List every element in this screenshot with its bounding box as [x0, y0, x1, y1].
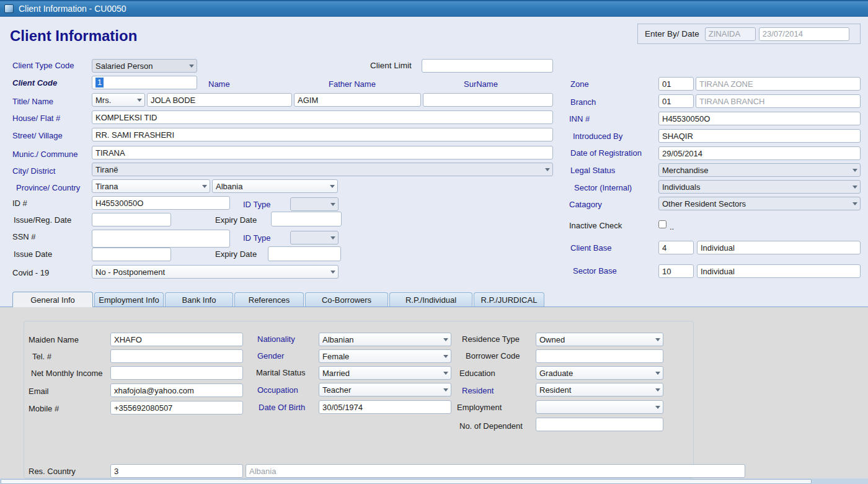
maiden-name-field[interactable] [110, 333, 243, 346]
country-dropdown[interactable]: Albania [212, 179, 338, 193]
sector-base-label: Sector Base [573, 266, 617, 276]
id-type-2-dropdown[interactable] [290, 231, 339, 244]
province-country-label: Province/ Country [16, 183, 80, 192]
horizontal-scrollbar[interactable] [0, 478, 868, 484]
client-limit-field[interactable] [422, 59, 553, 73]
client-code-label: Client Code [12, 78, 57, 87]
munic-commune-field[interactable] [92, 146, 553, 159]
employment-dropdown[interactable] [536, 400, 663, 414]
name-field[interactable] [147, 93, 292, 107]
no-of-dependent-label: No. of Dependent [459, 421, 523, 431]
name-column-header: Name [208, 79, 230, 89]
client-base-code-field[interactable] [658, 241, 694, 254]
res-country-code-field[interactable] [110, 464, 243, 478]
education-label: Education [459, 369, 495, 378]
expiry-date-2-field[interactable] [268, 246, 341, 261]
tab-references[interactable]: References [234, 292, 304, 307]
tab-rp-jurdical[interactable]: R.P./JURDICAL [474, 292, 544, 307]
tel-field[interactable] [110, 349, 243, 363]
occupation-dropdown[interactable]: Teacher [319, 383, 451, 397]
borrower-code-field[interactable] [536, 349, 663, 363]
client-code-field[interactable]: 1 [92, 76, 197, 89]
inactive-check-suffix: .. [670, 222, 674, 231]
branch-label: Branch [570, 97, 596, 107]
father-name-field[interactable] [294, 93, 421, 107]
residence-type-label: Residence Type [462, 334, 520, 344]
catagory-dropdown[interactable]: Other Resident Sectors [658, 197, 861, 210]
mobile-field[interactable] [110, 401, 243, 415]
res-country-name-field [246, 464, 745, 478]
res-country-label: Res. Country [29, 467, 76, 476]
branch-code-field[interactable] [658, 94, 694, 108]
window-titlebar: Client Information - CU0050 [0, 0, 868, 17]
zone-code-field[interactable] [658, 77, 694, 91]
enter-by-user-field [705, 27, 756, 41]
legal-status-label: Legal Status [570, 166, 615, 175]
chevron-down-icon [655, 388, 660, 392]
surname-field[interactable] [423, 93, 553, 107]
enter-by-date-group: Enter By/ Date [637, 24, 861, 44]
father-name-column-header: Father Name [329, 79, 376, 89]
net-monthly-income-field[interactable] [110, 366, 243, 380]
inactive-check-checkbox[interactable] [658, 220, 666, 228]
maiden-name-label: Maiden Name [29, 335, 79, 344]
no-of-dependent-field[interactable] [536, 418, 663, 431]
zone-label: Zone [570, 79, 589, 89]
client-base-label: Client Base [570, 243, 611, 253]
residence-type-dropdown[interactable]: Owned [536, 333, 663, 346]
chevron-down-icon [443, 372, 448, 375]
city-district-value: Tiranë [95, 165, 542, 174]
introduced-by-field[interactable] [658, 129, 861, 143]
city-district-dropdown[interactable]: Tiranë [92, 163, 553, 176]
catagory-value: Other Resident Sectors [662, 199, 850, 208]
sector-base-code-field[interactable] [658, 264, 694, 278]
date-of-birth-field[interactable] [319, 400, 451, 414]
client-base-name-field[interactable] [697, 241, 861, 254]
issue-date-field[interactable] [92, 248, 171, 261]
tab-bank-info[interactable]: Bank Info [165, 292, 233, 307]
id-number-field[interactable] [92, 196, 230, 210]
zone-name-field [696, 77, 861, 91]
occupation-value: Teacher [322, 385, 441, 395]
tab-employment-info[interactable]: Employment Info [94, 292, 164, 307]
tab-co-borrowers[interactable]: Co-Borrowers [305, 292, 388, 307]
street-village-field[interactable] [92, 128, 553, 141]
gender-value: Female [322, 352, 441, 361]
chevron-down-icon [330, 185, 335, 188]
inn-field[interactable] [658, 112, 861, 125]
date-of-registration-field[interactable] [658, 146, 861, 160]
chevron-down-icon [443, 388, 448, 392]
house-flat-field[interactable] [92, 110, 553, 124]
id-number-label: ID # [12, 199, 27, 208]
horizontal-scrollbar-thumb[interactable] [1, 479, 812, 484]
sector-internal-dropdown[interactable]: Individuals [658, 180, 861, 194]
chevron-down-icon [330, 236, 335, 240]
gender-dropdown[interactable]: Female [319, 349, 451, 363]
title-dropdown[interactable]: Mrs. [92, 93, 145, 107]
chevron-down-icon [330, 203, 335, 206]
ssn-field[interactable] [92, 230, 230, 248]
client-type-code-value: Salaried Person [95, 61, 187, 71]
expiry-date-1-field[interactable] [271, 212, 342, 226]
sector-base-name-field[interactable] [697, 264, 861, 278]
province-dropdown[interactable]: Tirana [92, 179, 210, 193]
client-limit-label: Client Limit [370, 61, 412, 70]
client-type-code-dropdown[interactable]: Salaried Person [92, 59, 197, 73]
city-district-label: City/ District [12, 166, 55, 176]
education-value: Graduate [539, 369, 653, 378]
issue-reg-date-field[interactable] [92, 213, 171, 226]
legal-status-dropdown[interactable]: Merchandise [658, 163, 861, 177]
enter-by-date-field [759, 27, 849, 41]
covid-dropdown[interactable]: No - Postponement [92, 265, 339, 279]
id-type-1-dropdown[interactable] [290, 197, 339, 211]
education-dropdown[interactable]: Graduate [536, 366, 663, 380]
marital-status-dropdown[interactable]: Married [319, 366, 451, 380]
tab-general-info[interactable]: General Info [12, 292, 93, 307]
nationality-dropdown[interactable]: Albanian [319, 333, 451, 346]
nationality-label: Nationality [257, 334, 295, 344]
email-field[interactable] [110, 383, 243, 397]
tab-rp-individual[interactable]: R.P./Individual [389, 292, 472, 307]
chevron-down-icon [655, 338, 660, 341]
resident-dropdown[interactable]: Resident [536, 383, 663, 397]
catagory-label: Catagory [569, 200, 602, 209]
